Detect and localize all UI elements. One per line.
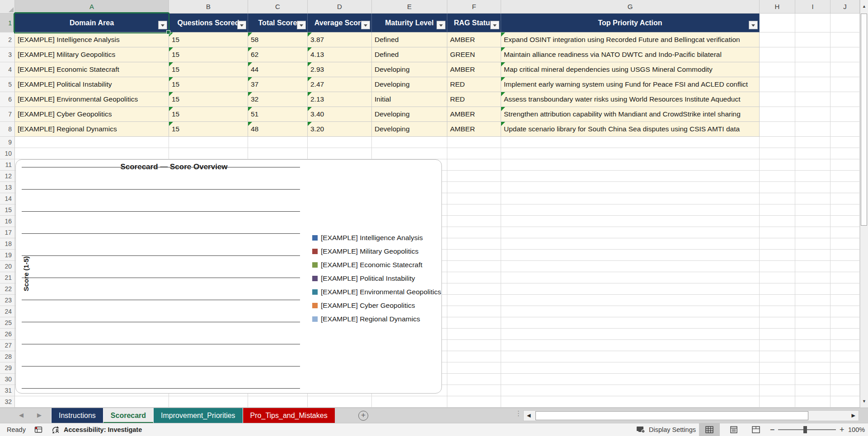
filter-dropdown-button[interactable] (361, 21, 370, 29)
empty-cell[interactable] (830, 351, 860, 362)
empty-cell[interactable] (795, 317, 830, 329)
cell-action[interactable]: Implement early warning system using Fun… (501, 77, 760, 92)
row-header-14[interactable]: 14 (0, 193, 15, 204)
empty-cell[interactable] (830, 32, 860, 47)
header-cell-maturity-level[interactable]: Maturity Level (372, 14, 447, 32)
row-header-3[interactable]: 3 (0, 47, 15, 62)
column-header-B[interactable]: B (169, 0, 248, 14)
empty-cell[interactable] (760, 122, 795, 137)
empty-cell[interactable] (795, 295, 830, 306)
sheet-tab-improvement_priorities[interactable]: Improvement_Priorities (153, 408, 243, 423)
zoom-in-button[interactable]: + (837, 423, 847, 436)
empty-cell[interactable] (795, 238, 830, 250)
legend-item[interactable]: [EXAMPLE] Military Geopolitics (312, 245, 441, 258)
row-header-12[interactable]: 12 (0, 171, 15, 182)
row-header-6[interactable]: 6 (0, 92, 15, 107)
empty-cell[interactable] (830, 171, 860, 182)
empty-cell[interactable] (760, 250, 795, 261)
empty-cell[interactable] (760, 295, 795, 306)
row-header-4[interactable]: 4 (0, 62, 15, 77)
vertical-scrollbar-thumb[interactable] (861, 14, 867, 226)
cell-rag[interactable]: AMBER (447, 107, 501, 122)
empty-cell[interactable] (501, 351, 760, 362)
empty-cell[interactable] (501, 396, 760, 408)
legend-item[interactable]: [EXAMPLE] Environmental Geopolitics (312, 285, 441, 299)
empty-cell[interactable] (447, 238, 501, 250)
empty-cell[interactable] (795, 182, 830, 193)
empty-cell[interactable] (760, 62, 795, 77)
empty-cell[interactable] (501, 385, 760, 396)
cell-maturity[interactable]: Developing (372, 122, 447, 137)
cell-questions[interactable]: 15 (169, 77, 248, 92)
empty-cell[interactable] (830, 261, 860, 272)
cell-domain[interactable]: [EXAMPLE] Cyber Geopolitics (15, 107, 169, 122)
empty-cell[interactable] (760, 171, 795, 182)
empty-cell[interactable] (248, 137, 308, 148)
cell-action[interactable]: Update scenario library for South China … (501, 122, 760, 137)
row-header-30[interactable]: 30 (0, 374, 15, 385)
empty-cell[interactable] (501, 250, 760, 261)
empty-cell[interactable] (447, 362, 501, 374)
header-cell-average-score[interactable]: Average Score (308, 14, 372, 32)
header-cell-total-score[interactable]: Total Score (248, 14, 308, 32)
empty-cell[interactable] (760, 261, 795, 272)
column-header-G[interactable]: G (501, 0, 760, 14)
empty-cell[interactable] (447, 193, 501, 204)
legend-item[interactable]: [EXAMPLE] Intelligence Analysis (312, 231, 441, 245)
empty-cell[interactable] (447, 137, 501, 148)
empty-cell[interactable] (760, 137, 795, 148)
empty-cell[interactable] (830, 396, 860, 408)
cell-average[interactable]: 2.13 (308, 92, 372, 107)
empty-cell[interactable] (501, 216, 760, 227)
empty-cell[interactable] (15, 148, 169, 159)
scroll-up-icon[interactable]: ▲ (860, 1, 868, 12)
empty-cell[interactable] (760, 204, 795, 216)
empty-cell[interactable] (795, 340, 830, 351)
empty-cell[interactable] (501, 193, 760, 204)
cell-average[interactable]: 3.20 (308, 122, 372, 137)
empty-cell[interactable] (795, 385, 830, 396)
empty-cell[interactable] (760, 14, 795, 32)
empty-cell[interactable] (501, 182, 760, 193)
empty-cell[interactable] (447, 272, 501, 283)
cell-questions[interactable]: 15 (169, 92, 248, 107)
macro-record-icon[interactable] (34, 423, 42, 436)
cell-average[interactable]: 2.93 (308, 62, 372, 77)
column-header-J[interactable]: J (830, 0, 860, 14)
empty-cell[interactable] (760, 193, 795, 204)
row-header-25[interactable]: 25 (0, 317, 15, 329)
empty-cell[interactable] (447, 306, 501, 317)
cell-total[interactable]: 51 (248, 107, 308, 122)
empty-cell[interactable] (830, 238, 860, 250)
empty-cell[interactable] (830, 216, 860, 227)
empty-cell[interactable] (447, 204, 501, 216)
row-header-24[interactable]: 24 (0, 306, 15, 317)
cell-questions[interactable]: 15 (169, 122, 248, 137)
empty-cell[interactable] (795, 122, 830, 137)
empty-cell[interactable] (447, 171, 501, 182)
header-cell-top-priority-action[interactable]: Top Priority Action (501, 14, 760, 32)
row-header-20[interactable]: 20 (0, 261, 15, 272)
select-all-corner[interactable] (0, 0, 15, 14)
empty-cell[interactable] (795, 47, 830, 62)
filter-dropdown-button[interactable] (297, 21, 306, 29)
legend-item[interactable]: [EXAMPLE] Political Instability (312, 272, 441, 285)
row-header-16[interactable]: 16 (0, 216, 15, 227)
empty-cell[interactable] (795, 77, 830, 92)
empty-cell[interactable] (447, 385, 501, 396)
scrollbar-grip-icon[interactable]: ⋮ (515, 411, 520, 416)
empty-cell[interactable] (795, 261, 830, 272)
row-header-1[interactable]: 1 (0, 14, 15, 32)
empty-cell[interactable] (447, 261, 501, 272)
filter-dropdown-button[interactable] (158, 21, 167, 29)
empty-cell[interactable] (501, 137, 760, 148)
tab-scroll-left-icon[interactable]: ◀ (19, 412, 23, 418)
cell-domain[interactable]: [EXAMPLE] Economic Statecraft (15, 62, 169, 77)
empty-cell[interactable] (795, 171, 830, 182)
view-normal-button[interactable] (699, 423, 720, 436)
filter-dropdown-button[interactable] (237, 21, 246, 29)
empty-cell[interactable] (501, 171, 760, 182)
cell-action[interactable]: Strengthen attribution capability with M… (501, 107, 760, 122)
empty-cell[interactable] (830, 107, 860, 122)
empty-cell[interactable] (760, 374, 795, 385)
